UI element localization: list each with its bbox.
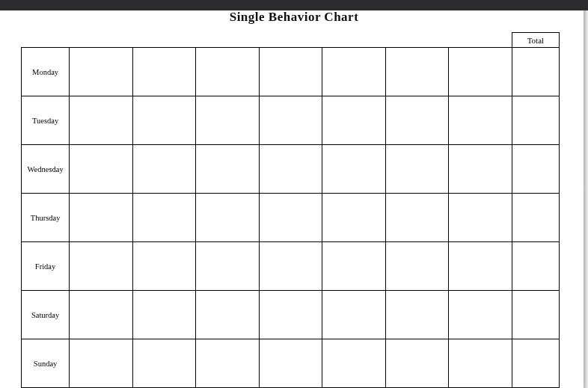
cell (70, 291, 133, 339)
cell (196, 242, 260, 291)
behavior-chart-table: Total Monday Tuesday (21, 32, 560, 388)
cell (322, 242, 386, 291)
cell (132, 339, 196, 388)
header-spacer (196, 33, 260, 48)
cell (449, 194, 512, 242)
cell (322, 145, 386, 194)
cell (196, 194, 260, 242)
document-page: Single Behavior Chart Total Monday (0, 10, 588, 388)
cell (259, 242, 322, 291)
header-spacer (132, 33, 196, 48)
total-cell (512, 145, 559, 194)
cell (132, 194, 196, 242)
cell (132, 96, 196, 145)
header-spacer (322, 33, 386, 48)
cell (259, 48, 322, 96)
total-cell (512, 194, 559, 242)
table-row: Monday (22, 48, 560, 96)
header-spacer (449, 33, 512, 48)
header-spacer (22, 33, 70, 48)
cell (449, 48, 512, 96)
cell (449, 339, 512, 388)
cell (132, 291, 196, 339)
cell (70, 48, 133, 96)
cell (196, 291, 260, 339)
cell (259, 291, 322, 339)
day-label: Wednesday (22, 145, 70, 194)
page-title: Single Behavior Chart (13, 10, 575, 25)
viewer-top-bar (0, 0, 588, 10)
cell (70, 194, 133, 242)
cell (259, 96, 322, 145)
header-spacer (70, 33, 133, 48)
day-label: Thursday (22, 194, 70, 242)
header-spacer (385, 33, 449, 48)
cell (322, 96, 386, 145)
cell (196, 96, 260, 145)
day-label: Friday (22, 242, 70, 291)
cell (322, 291, 386, 339)
cell (259, 145, 322, 194)
cell (385, 96, 449, 145)
cell (322, 194, 386, 242)
total-cell (512, 48, 559, 96)
cell (385, 48, 449, 96)
table-row: Sunday (22, 339, 560, 388)
table-row: Friday (22, 242, 560, 291)
total-cell (512, 339, 559, 388)
cell (385, 339, 449, 388)
chart-table-wrap: Total Monday Tuesday (13, 32, 575, 388)
cell (196, 48, 260, 96)
cell (259, 339, 322, 388)
cell (132, 145, 196, 194)
cell (385, 194, 449, 242)
cell (196, 339, 260, 388)
cell (449, 242, 512, 291)
day-label: Monday (22, 48, 70, 96)
cell (259, 194, 322, 242)
cell (385, 145, 449, 194)
page-shadow (584, 10, 588, 388)
header-spacer (259, 33, 322, 48)
cell (322, 339, 386, 388)
cell (70, 145, 133, 194)
cell (449, 291, 512, 339)
day-label: Tuesday (22, 96, 70, 145)
cell (196, 145, 260, 194)
cell (322, 48, 386, 96)
cell (132, 242, 196, 291)
total-cell (512, 96, 559, 145)
total-cell (512, 242, 559, 291)
cell (132, 48, 196, 96)
cell (449, 145, 512, 194)
table-header-row: Total (22, 33, 560, 48)
cell (385, 242, 449, 291)
day-label: Sunday (22, 339, 70, 388)
table-row: Thursday (22, 194, 560, 242)
total-cell (512, 291, 559, 339)
cell (385, 291, 449, 339)
table-row: Tuesday (22, 96, 560, 145)
cell (70, 242, 133, 291)
day-label: Saturday (22, 291, 70, 339)
cell (70, 339, 133, 388)
cell (449, 96, 512, 145)
table-row: Saturday (22, 291, 560, 339)
table-row: Wednesday (22, 145, 560, 194)
header-total: Total (512, 33, 559, 48)
cell (70, 96, 133, 145)
